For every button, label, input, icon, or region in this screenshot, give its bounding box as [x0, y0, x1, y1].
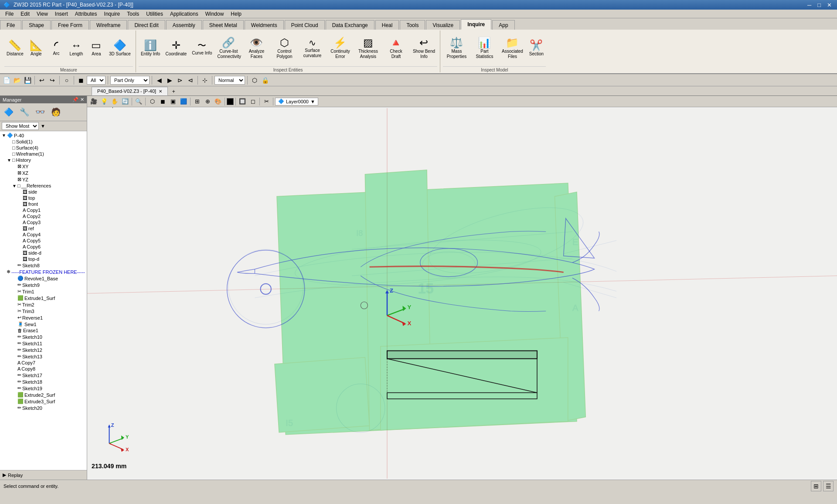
tree-item-sketch20[interactable]: ✏Sketch20: [1, 405, 86, 411]
length-button[interactable]: ↔ Length: [67, 31, 86, 65]
manager-icon-part[interactable]: 🔷: [2, 105, 16, 119]
vp-black-bg[interactable]: [227, 98, 234, 105]
minimize-button[interactable]: ─: [806, 2, 813, 8]
layer-selector[interactable]: 🔷 Layer0000 ▼: [275, 98, 318, 106]
associated-files-button[interactable]: 📁 Associated Files: [499, 31, 526, 65]
tab-inquire[interactable]: Inquire: [461, 19, 491, 30]
tb-btn5[interactable]: ⬡: [250, 75, 259, 85]
tab-freeform[interactable]: Free Form: [51, 20, 89, 30]
tree-item-references[interactable]: ▼□__References: [1, 183, 86, 189]
3dsurface-button[interactable]: 🔷 3D Surface: [107, 31, 133, 65]
vp-camera-btn[interactable]: 🎥: [89, 97, 99, 106]
tree-item-sketch9[interactable]: ✏Sketch9: [1, 282, 86, 288]
manager-icon-layers[interactable]: 🧑: [49, 105, 63, 119]
maximize-button[interactable]: □: [816, 2, 823, 8]
tree-item-extrude2surf[interactable]: 🟩Extrude2_Surf: [1, 392, 86, 398]
layer-icon-btn[interactable]: ◼: [76, 75, 86, 85]
curve-list-button[interactable]: 🔗 Curve-list Connectivity: [215, 31, 242, 65]
distance-button[interactable]: 📏 Distance: [4, 31, 26, 65]
tree-item-copy6[interactable]: ACopy6: [1, 244, 86, 250]
tree-item-ref[interactable]: 🖼ref: [1, 225, 86, 232]
tab-sheet-metal[interactable]: Sheet Metal: [203, 20, 244, 30]
tb-btn4[interactable]: ⊲: [186, 75, 195, 85]
menu-tools[interactable]: Tools: [123, 10, 143, 18]
vp-edge-btn[interactable]: ◻: [248, 97, 258, 106]
tree-item-side-d[interactable]: 🖼side-d: [1, 250, 86, 256]
tree-item-revolve1[interactable]: 🔵Revolve1_Base: [1, 275, 86, 282]
filter-select[interactable]: All: [87, 76, 105, 85]
tab-visualize[interactable]: Visualize: [426, 20, 460, 30]
tree-item-copy2[interactable]: ACopy2: [1, 213, 86, 219]
tb-btn2[interactable]: ▶: [165, 75, 174, 85]
vp-wire-btn[interactable]: ⬡: [147, 97, 157, 106]
display-select[interactable]: Part Only: [110, 76, 150, 85]
tree-item-solid1[interactable]: □Solid(1): [1, 139, 86, 145]
tree-item-wireframe1[interactable]: □Wireframe(1): [1, 151, 86, 157]
manager-close-btn[interactable]: ✕: [80, 97, 84, 102]
vp-grid-btn[interactable]: ⊞: [192, 97, 202, 106]
tab-point-cloud[interactable]: Point Cloud: [285, 20, 325, 30]
tree-item-copy5[interactable]: ACopy5: [1, 238, 86, 244]
tree-item-sketch18[interactable]: ✏Sketch18: [1, 378, 86, 385]
doc-tab-p40[interactable]: P40_Based-V02.Z3 - [P-40] ✕: [92, 87, 168, 95]
menu-inquire[interactable]: Inquire: [101, 10, 124, 18]
tree-item-copy8[interactable]: ACopy8: [1, 366, 86, 372]
doc-tab-close[interactable]: ✕: [159, 89, 162, 94]
redo-button[interactable]: ↪: [48, 75, 57, 85]
tab-data-exchange[interactable]: Data Exchange: [326, 20, 374, 30]
area-button[interactable]: ▭ Area: [87, 31, 106, 65]
vp-face-btn[interactable]: 🔲: [238, 97, 247, 106]
tree-item-copy1[interactable]: ACopy1: [1, 207, 86, 213]
vp-pan-btn[interactable]: ✋: [110, 97, 119, 106]
part-statistics-button[interactable]: 📊 Part Statistics: [471, 31, 498, 65]
vp-render-btn[interactable]: 🟦: [179, 97, 188, 106]
coordinate-button[interactable]: ✛ Coordinate: [163, 31, 189, 65]
tree-item-front[interactable]: 🖼front: [1, 201, 86, 207]
menu-applications[interactable]: Applications: [167, 10, 202, 18]
tab-wireframe[interactable]: Wireframe: [90, 20, 127, 30]
tree-item-trim3[interactable]: ✂Trim3: [1, 308, 86, 314]
tree-item-sew1[interactable]: 🧵Sew1: [1, 321, 86, 327]
menu-help[interactable]: Help: [227, 10, 245, 18]
tree-item-history[interactable]: ▼□History: [1, 157, 86, 163]
thickness-analysis-button[interactable]: ▨ Thickness Analysis: [354, 31, 381, 65]
tb-btn6[interactable]: 🔒: [260, 75, 270, 85]
circle-btn[interactable]: ○: [62, 75, 71, 85]
tree-item-sketch12[interactable]: ✏Sketch12: [1, 347, 86, 353]
show-bend-info-button[interactable]: ↩ Show Bend Info: [410, 31, 437, 65]
tree-item-copy7[interactable]: ACopy7: [1, 360, 86, 366]
tree-item-yz[interactable]: ⊠YZ: [1, 176, 86, 183]
snap-select[interactable]: Normal: [214, 76, 245, 85]
tree-item-extrude1surf[interactable]: 🟩Extrude1_Surf: [1, 295, 86, 301]
tree-item-sketch13[interactable]: ✏Sketch13: [1, 353, 86, 360]
tree-item-trim1[interactable]: ✂Trim1: [1, 288, 86, 295]
3d-viewport[interactable]: 15 E A I5 I8: [87, 107, 837, 480]
vp-zoom-in-btn[interactable]: 🔍: [134, 97, 143, 106]
tree-item-sketch19[interactable]: ✏Sketch19: [1, 385, 86, 392]
statusbar-btn1[interactable]: ⊞: [811, 481, 821, 491]
tab-tools[interactable]: Tools: [400, 20, 425, 30]
tree-item-reverse1[interactable]: ↩Reverse1: [1, 314, 86, 321]
open-button[interactable]: 📂: [12, 75, 22, 85]
control-polygon-button[interactable]: ⬡ Control Polygon: [271, 31, 298, 65]
tree-item-sketch8[interactable]: ✏Sketch8: [1, 262, 86, 269]
tab-weldments[interactable]: Weldments: [245, 20, 284, 30]
snap-btn[interactable]: ⊹: [200, 75, 210, 85]
vp-shade-btn[interactable]: ◼: [158, 97, 167, 106]
angle-button[interactable]: 📐 Angle: [27, 31, 46, 65]
check-draft-button[interactable]: 🔺 Check Draft: [382, 31, 409, 65]
tree-item-trim2[interactable]: ✂Trim2: [1, 301, 86, 308]
analyze-faces-button[interactable]: 👁️ Analyze Faces: [243, 31, 270, 65]
manager-icon-assembly[interactable]: 🔧: [17, 105, 31, 119]
menu-attributes[interactable]: Attributes: [71, 10, 101, 18]
statusbar-btn2[interactable]: ☰: [823, 481, 834, 491]
tree-item-top-d[interactable]: 🖼top-d: [1, 256, 86, 262]
tree-item-xy[interactable]: ⊠XY: [1, 163, 86, 170]
tree-item-side[interactable]: 🖼side: [1, 189, 86, 195]
tab-assembly[interactable]: Assembly: [166, 20, 202, 30]
close-button[interactable]: ✕: [825, 2, 834, 8]
manager-icon-view[interactable]: 👓: [33, 105, 47, 119]
show-most-arrow[interactable]: ▼: [41, 123, 45, 129]
tree-item-copy4[interactable]: ACopy4: [1, 232, 86, 238]
entity-info-button[interactable]: ℹ️ Entity Info: [139, 31, 162, 65]
